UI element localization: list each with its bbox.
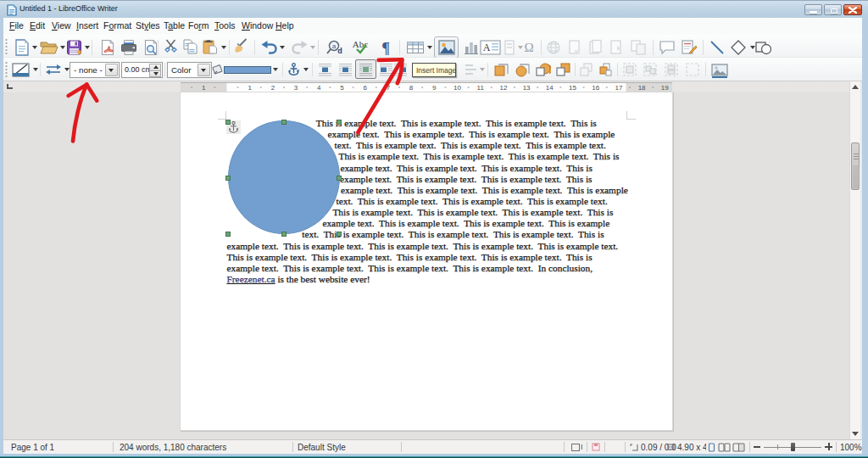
svg-text:10: 10 (453, 84, 461, 92)
svg-text:17: 17 (615, 84, 622, 92)
svg-text:8: 8 (409, 84, 414, 92)
svg-text:A: A (483, 42, 491, 53)
svg-text:¶: ¶ (381, 40, 390, 57)
svg-text:6: 6 (363, 84, 367, 92)
svg-text:13: 13 (523, 84, 531, 92)
svg-text:19: 19 (661, 84, 669, 92)
svg-text:d: d (337, 47, 342, 55)
svg-text:18: 18 (638, 84, 646, 92)
svg-text:7: 7 (387, 84, 391, 92)
svg-text:a: a (332, 42, 337, 50)
svg-text:Abc: Abc (353, 39, 368, 49)
svg-text:4: 4 (317, 84, 321, 92)
svg-text:5: 5 (340, 84, 344, 92)
svg-text:2: 2 (271, 84, 275, 92)
svg-text:1: 1 (202, 84, 206, 92)
svg-text:14: 14 (546, 84, 554, 92)
svg-text:1: 1 (248, 84, 252, 92)
svg-text:15: 15 (569, 84, 576, 92)
svg-text:3: 3 (294, 84, 298, 92)
svg-text:11: 11 (477, 84, 485, 92)
svg-text:12: 12 (499, 84, 507, 92)
svg-text:16: 16 (592, 84, 599, 92)
svg-text:9: 9 (432, 84, 437, 92)
svg-text:Ω: Ω (524, 41, 533, 54)
